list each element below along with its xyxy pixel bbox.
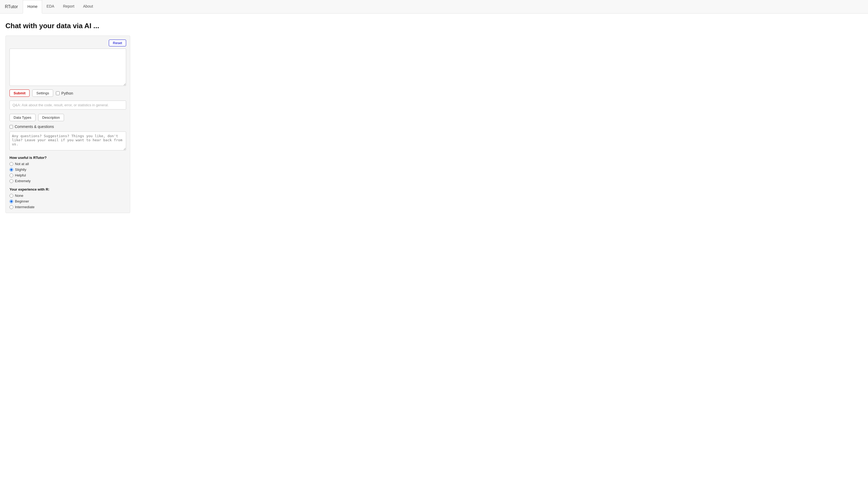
experience-radio-group: None Beginner Intermediate: [9, 194, 126, 209]
experience-intermediate-label: Intermediate: [15, 205, 34, 209]
experience-none-label: None: [15, 194, 23, 198]
usefulness-radio-group: Not at all Slightly Helpful Extremely: [9, 162, 126, 183]
page-title: Chat with your data via AI ...: [5, 22, 863, 30]
python-label: Python: [61, 91, 73, 95]
tab-home[interactable]: Home: [23, 0, 42, 13]
experience-beginner-label: Beginner: [15, 199, 29, 203]
main-content: Chat with your data via AI ... Reset Sub…: [0, 13, 868, 219]
usefulness-extremely-radio[interactable]: [9, 179, 13, 183]
app-brand: RTutor: [0, 0, 23, 13]
python-checkbox[interactable]: [56, 91, 60, 95]
reset-button[interactable]: Reset: [109, 40, 126, 46]
usefulness-slightly: Slightly: [9, 167, 126, 172]
tab-eda[interactable]: EDA: [42, 0, 59, 13]
nav-tabs: Home EDA Report About: [23, 0, 97, 13]
submit-button[interactable]: Submit: [9, 90, 30, 97]
data-types-button[interactable]: Data Types: [9, 114, 35, 121]
experience-none: None: [9, 194, 126, 198]
usefulness-helpful: Helpful: [9, 173, 126, 177]
comments-textarea[interactable]: [9, 131, 126, 151]
main-panel: Reset Submit Settings Python Data Types …: [5, 35, 130, 213]
experience-label: Your experience with R:: [9, 187, 126, 191]
qa-input[interactable]: [9, 101, 126, 109]
usefulness-helpful-label: Helpful: [15, 173, 26, 177]
usefulness-slightly-label: Slightly: [15, 167, 26, 172]
panel-header: Reset: [9, 40, 126, 46]
python-checkbox-row: Python: [56, 91, 73, 95]
experience-intermediate-radio[interactable]: [9, 205, 13, 209]
usefulness-label: How useful is RTutor?: [9, 156, 126, 160]
usefulness-not-at-all-radio[interactable]: [9, 162, 13, 166]
comments-checkbox-row: Comments & questions: [9, 124, 126, 129]
experience-beginner: Beginner: [9, 199, 126, 203]
navbar: RTutor Home EDA Report About: [0, 0, 868, 13]
action-row: Submit Settings Python: [9, 90, 126, 97]
tab-about[interactable]: About: [79, 0, 97, 13]
usefulness-slightly-radio[interactable]: [9, 168, 13, 172]
usefulness-extremely-label: Extremely: [15, 179, 31, 183]
experience-none-radio[interactable]: [9, 194, 13, 198]
experience-intermediate: Intermediate: [9, 205, 126, 209]
comments-checkbox[interactable]: [9, 125, 13, 129]
usefulness-not-at-all: Not at all: [9, 162, 126, 166]
usefulness-extremely: Extremely: [9, 179, 126, 183]
usefulness-helpful-radio[interactable]: [9, 173, 13, 177]
comments-label: Comments & questions: [14, 124, 54, 129]
main-textarea[interactable]: [9, 48, 126, 86]
description-button[interactable]: Description: [38, 114, 64, 121]
tab-report[interactable]: Report: [59, 0, 79, 13]
settings-button[interactable]: Settings: [32, 90, 53, 97]
experience-beginner-radio[interactable]: [9, 199, 13, 203]
button-row: Data Types Description: [9, 114, 126, 121]
usefulness-not-at-all-label: Not at all: [15, 162, 29, 166]
